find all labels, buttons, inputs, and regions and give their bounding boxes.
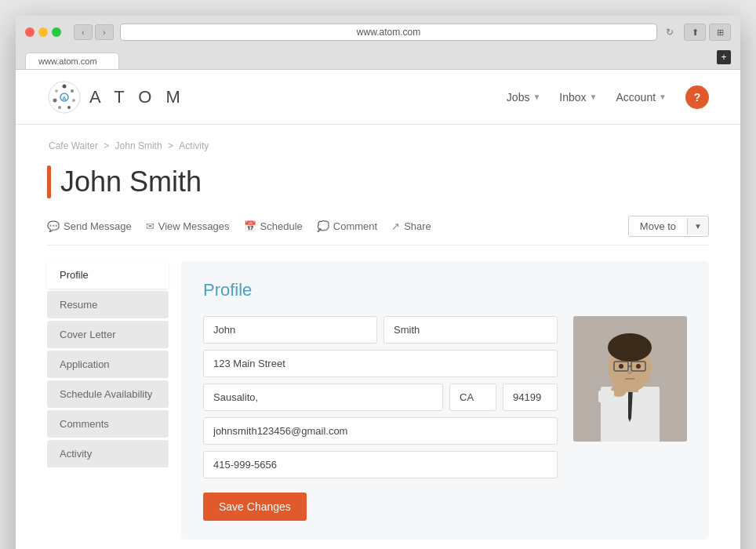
share-icon: ↗ xyxy=(391,220,400,232)
action-bar: 💬 Send Message ✉ View Messages 📅 Schedul… xyxy=(47,216,709,245)
breadcrumb-sep-2: > xyxy=(168,140,176,151)
first-name-input[interactable] xyxy=(203,316,377,344)
breadcrumb-sep-1: > xyxy=(104,140,111,151)
breadcrumb-part-3[interactable]: Activity xyxy=(179,140,209,151)
nav-inbox[interactable]: Inbox ▼ xyxy=(559,91,597,104)
svg-text:A: A xyxy=(62,95,67,102)
comment-label: Comment xyxy=(333,220,377,232)
logo-text: A T O M xyxy=(89,87,185,107)
send-message-label: Send Message xyxy=(64,220,132,232)
nav-jobs[interactable]: Jobs ▼ xyxy=(507,91,540,104)
nav-links: Jobs ▼ Inbox ▼ Account ▼ ? xyxy=(507,85,709,109)
svg-point-19 xyxy=(619,364,623,369)
phone-input[interactable] xyxy=(203,451,558,478)
action-buttons: 💬 Send Message ✉ View Messages 📅 Schedul… xyxy=(47,220,431,232)
form-fields: Save Changes xyxy=(203,316,558,521)
help-button[interactable]: ? xyxy=(685,85,709,109)
share-label: Share xyxy=(404,220,431,232)
share-button[interactable]: ↗ Share xyxy=(391,220,431,232)
profile-image xyxy=(573,316,687,442)
page-title-area: John Smith xyxy=(47,165,709,198)
share-browser-button[interactable]: ⬆ xyxy=(684,24,706,41)
sidebar: Profile Resume Cover Letter Application … xyxy=(47,261,169,470)
logo-icon: A xyxy=(47,80,82,115)
view-messages-icon: ✉ xyxy=(146,220,154,232)
svg-point-6 xyxy=(53,98,57,102)
maximize-window-button[interactable] xyxy=(52,27,61,37)
active-tab[interactable]: www.atom.com xyxy=(25,53,119,69)
sidebar-item-schedule-availability[interactable]: Schedule Availability xyxy=(47,380,169,408)
svg-point-4 xyxy=(67,106,71,109)
last-name-input[interactable] xyxy=(383,316,558,344)
city-input[interactable] xyxy=(203,384,443,411)
breadcrumb: Cafe Waiter > John Smith > Activity xyxy=(47,140,709,151)
new-tab-button[interactable]: + xyxy=(717,50,731,64)
city-state-zip-row xyxy=(203,384,558,411)
profile-heading: Profile xyxy=(203,280,687,300)
schedule-button[interactable]: 📅 Schedule xyxy=(244,220,303,232)
nav-inbox-label: Inbox xyxy=(559,91,586,104)
svg-point-20 xyxy=(636,364,641,369)
page-content: A A T O M Jobs ▼ Inbox ▼ Account ▼ ? xyxy=(16,70,740,549)
view-messages-label: View Messages xyxy=(158,220,230,232)
save-changes-button[interactable]: Save Changes xyxy=(203,493,307,521)
inbox-chevron-icon: ▼ xyxy=(590,93,598,101)
logo-area: A A T O M xyxy=(47,80,185,115)
name-row xyxy=(203,316,558,344)
add-tab-button[interactable]: ⊞ xyxy=(709,24,731,41)
state-input[interactable] xyxy=(449,384,496,411)
svg-point-1 xyxy=(63,84,67,88)
svg-rect-24 xyxy=(598,391,614,402)
address-row xyxy=(203,350,558,377)
email-row xyxy=(203,417,558,445)
svg-point-5 xyxy=(58,106,61,109)
move-to-caret-icon[interactable]: ▼ xyxy=(687,218,708,235)
phone-row xyxy=(203,451,558,478)
title-accent-bar xyxy=(47,165,51,198)
nav-account[interactable]: Account ▼ xyxy=(616,91,667,104)
breadcrumb-part-1[interactable]: Cafe Waiter xyxy=(49,140,98,151)
sidebar-item-profile[interactable]: Profile xyxy=(47,261,169,289)
refresh-button[interactable]: ↻ xyxy=(662,24,678,40)
back-button[interactable]: ‹ xyxy=(74,24,93,40)
nav-account-label: Account xyxy=(616,91,656,104)
close-window-button[interactable] xyxy=(25,27,35,37)
zip-input[interactable] xyxy=(503,384,558,411)
navbar: A A T O M Jobs ▼ Inbox ▼ Account ▼ ? xyxy=(16,70,740,125)
comment-icon: 💭 xyxy=(317,220,329,232)
content-layout: Profile Resume Cover Letter Application … xyxy=(47,261,709,540)
send-message-button[interactable]: 💬 Send Message xyxy=(47,220,132,232)
address-input[interactable] xyxy=(203,350,558,377)
view-messages-button[interactable]: ✉ View Messages xyxy=(146,220,230,232)
move-to-label: Move to xyxy=(629,216,687,236)
account-chevron-icon: ▼ xyxy=(659,93,667,101)
sidebar-item-resume[interactable]: Resume xyxy=(47,291,169,318)
move-to-dropdown[interactable]: Move to ▼ xyxy=(628,216,709,237)
schedule-label: Schedule xyxy=(260,220,303,232)
address-bar[interactable]: www.atom.com xyxy=(120,24,657,41)
profile-panel: Profile xyxy=(181,261,709,540)
svg-point-21 xyxy=(627,371,632,374)
email-input[interactable] xyxy=(203,417,558,445)
sidebar-item-activity[interactable]: Activity xyxy=(47,440,169,467)
svg-point-3 xyxy=(72,99,75,102)
browser-chrome: ‹ › www.atom.com ↻ ⬆ ⊞ www.atom.com + xyxy=(16,16,740,70)
minimize-window-button[interactable] xyxy=(38,27,48,37)
tab-bar: www.atom.com + xyxy=(25,47,731,69)
page-title: John Smith xyxy=(60,165,202,198)
forward-button[interactable]: › xyxy=(95,24,114,40)
address-bar-area: www.atom.com ↻ xyxy=(120,24,678,41)
svg-point-7 xyxy=(55,89,58,93)
sidebar-item-cover-letter[interactable]: Cover Letter xyxy=(47,321,169,348)
breadcrumb-part-2[interactable]: John Smith xyxy=(115,140,162,151)
nav-jobs-label: Jobs xyxy=(507,91,530,104)
schedule-icon: 📅 xyxy=(244,220,256,232)
sidebar-item-application[interactable]: Application xyxy=(47,351,169,378)
comment-button[interactable]: 💭 Comment xyxy=(317,220,377,232)
traffic-lights xyxy=(25,27,61,37)
browser-controls: ‹ › www.atom.com ↻ ⬆ ⊞ xyxy=(25,24,731,41)
profile-photo-area xyxy=(573,316,687,521)
sidebar-item-comments[interactable]: Comments xyxy=(47,410,169,438)
browser-nav-buttons: ‹ › xyxy=(74,24,114,40)
profile-photo xyxy=(573,316,687,442)
